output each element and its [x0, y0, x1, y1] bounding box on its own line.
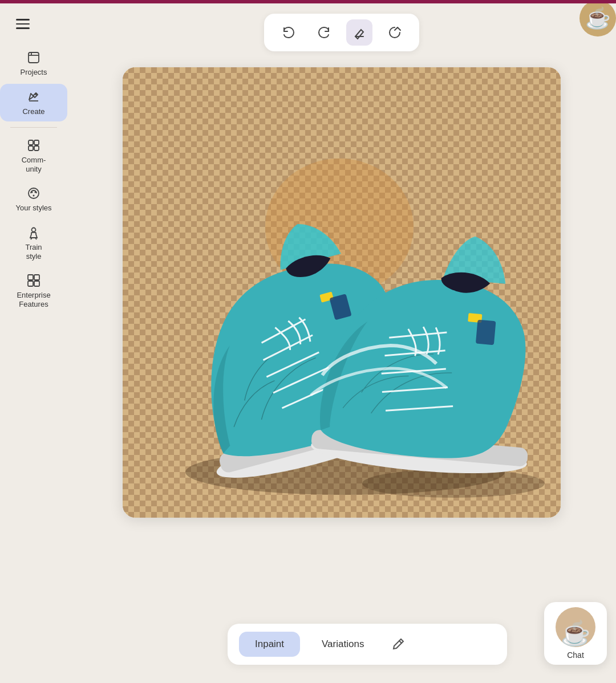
- svg-rect-25: [476, 320, 496, 345]
- redo-icon: [317, 25, 331, 40]
- community-icon: [26, 138, 41, 153]
- svg-rect-14: [34, 281, 39, 286]
- svg-point-8: [35, 192, 37, 193]
- enterprise-icon: [26, 273, 41, 288]
- editor-toolbar: [264, 14, 419, 51]
- hamburger-icon: [16, 19, 30, 29]
- reset-button[interactable]: [382, 19, 408, 46]
- sidebar-item-create[interactable]: Create: [0, 84, 67, 122]
- svg-rect-5: [34, 146, 39, 151]
- bottom-tabs-panel: Inpaint Variations: [228, 624, 507, 665]
- svg-point-7: [31, 192, 33, 193]
- your-styles-icon: [26, 186, 41, 201]
- svg-point-10: [32, 227, 36, 231]
- svg-rect-11: [28, 275, 33, 280]
- chat-avatar: ☕: [556, 607, 595, 647]
- sidebar-item-community[interactable]: Comm-unity: [0, 132, 67, 179]
- sidebar-train-style-label: Trainstyle: [25, 243, 42, 261]
- eraser-button[interactable]: [346, 19, 372, 46]
- sidebar-item-train-style[interactable]: Trainstyle: [0, 219, 67, 266]
- svg-rect-3: [34, 140, 39, 145]
- variations-tab[interactable]: Variations: [306, 632, 380, 657]
- eraser-icon: [352, 25, 367, 40]
- sneaker-illustration: [123, 67, 561, 518]
- svg-rect-0: [29, 52, 39, 63]
- top-accent-bar: [0, 0, 616, 3]
- sidebar-item-enterprise[interactable]: EnterpriseFeatures: [0, 267, 67, 314]
- avatar-image: ☕: [579, 0, 616, 36]
- hamburger-menu-button[interactable]: [10, 11, 35, 36]
- svg-point-9: [33, 195, 35, 197]
- sidebar-item-your-styles[interactable]: Your styles: [0, 180, 67, 218]
- user-avatar[interactable]: ☕: [579, 0, 616, 36]
- svg-rect-13: [28, 281, 33, 286]
- create-icon: [26, 90, 41, 104]
- chat-button[interactable]: ☕ Chat: [544, 602, 607, 665]
- svg-point-1: [35, 93, 37, 95]
- sidebar-divider: [10, 127, 58, 128]
- svg-rect-12: [34, 275, 39, 280]
- main-content: ☕: [67, 0, 616, 683]
- edit-icon-button[interactable]: [386, 632, 411, 657]
- image-canvas[interactable]: [123, 67, 561, 518]
- train-style-icon: [26, 225, 41, 240]
- svg-point-17: [362, 469, 545, 498]
- svg-point-6: [29, 188, 39, 198]
- projects-icon: [26, 50, 41, 65]
- reset-icon: [387, 25, 402, 40]
- sidebar: Projects Create Comm-unity Your s: [0, 0, 67, 683]
- sidebar-create-label: Create: [22, 107, 44, 116]
- sidebar-enterprise-label: EnterpriseFeatures: [17, 291, 50, 308]
- sidebar-your-styles-label: Your styles: [15, 204, 51, 213]
- undo-button[interactable]: [275, 19, 302, 46]
- svg-rect-2: [29, 140, 33, 145]
- chat-label: Chat: [567, 651, 584, 660]
- inpaint-tab[interactable]: Inpaint: [239, 632, 300, 657]
- pen-icon: [391, 637, 406, 652]
- sidebar-community-label: Comm-unity: [22, 156, 46, 173]
- redo-button[interactable]: [311, 19, 337, 46]
- undo-icon: [281, 25, 296, 40]
- sidebar-projects-label: Projects: [21, 68, 47, 77]
- svg-rect-4: [29, 146, 33, 151]
- sidebar-item-projects[interactable]: Projects: [0, 44, 67, 83]
